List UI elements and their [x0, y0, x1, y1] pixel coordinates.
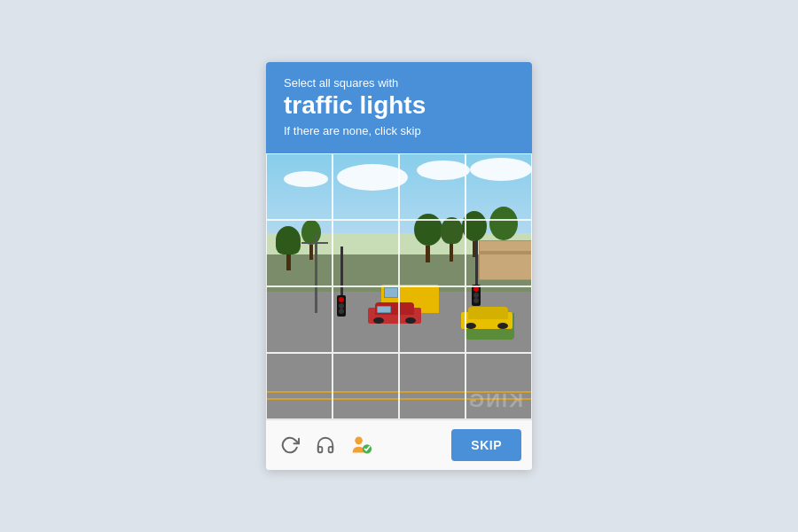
captcha-grid-wrapper: KING [266, 153, 532, 419]
grid-cell[interactable] [466, 153, 532, 220]
captcha-scene: KING [266, 153, 532, 419]
svg-point-0 [355, 436, 363, 444]
grid-cell[interactable] [466, 353, 532, 419]
grid-cell[interactable] [266, 153, 332, 220]
grid-cell[interactable] [332, 286, 399, 353]
grid-cell[interactable] [332, 353, 399, 419]
grid-cell[interactable] [399, 220, 466, 286]
footer-icon-group [277, 432, 439, 458]
grid-cell[interactable] [399, 353, 466, 419]
headphones-icon [316, 435, 335, 455]
captcha-subject-label: traffic lights [284, 91, 514, 120]
select-all-text: Select all squares with [284, 76, 514, 90]
captcha-widget: Select all squares with traffic lights I… [266, 62, 532, 469]
person-check-icon [351, 435, 372, 455]
captcha-header: Select all squares with traffic lights I… [266, 62, 532, 153]
grid-cell[interactable] [332, 220, 399, 286]
reload-button[interactable] [277, 432, 303, 458]
grid-cell[interactable] [332, 153, 399, 220]
audio-button[interactable] [312, 432, 339, 458]
grid-cell[interactable] [266, 220, 332, 286]
grid-cell[interactable] [399, 153, 466, 220]
skip-button[interactable]: SKIP [451, 429, 521, 461]
grid-cell[interactable] [266, 353, 332, 419]
grid-cell[interactable] [399, 286, 466, 353]
grid-cell[interactable] [466, 286, 532, 353]
help-button[interactable] [348, 432, 376, 458]
skip-hint-text: If there are none, click skip [284, 124, 514, 137]
grid-cell[interactable] [466, 220, 532, 286]
reload-icon [280, 435, 300, 455]
captcha-grid[interactable] [266, 153, 532, 419]
captcha-footer: SKIP [266, 419, 532, 470]
grid-cell[interactable] [266, 286, 332, 353]
